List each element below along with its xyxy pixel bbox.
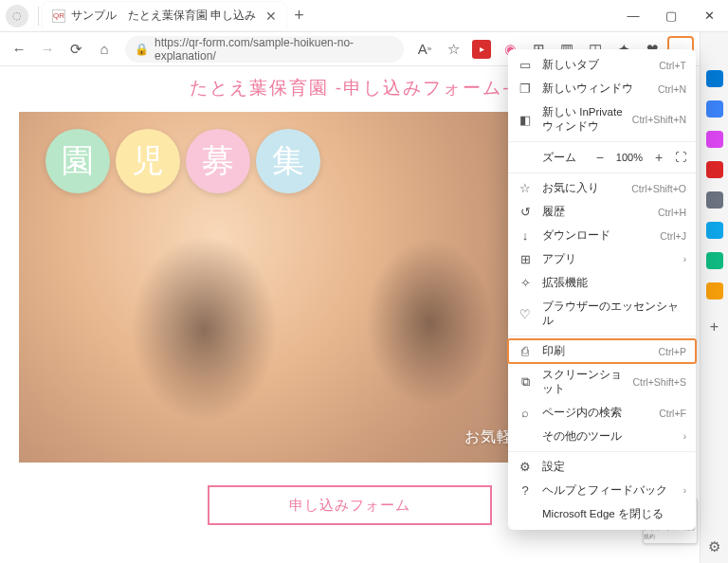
sidebar-app-icon[interactable] (706, 282, 723, 300)
tab-icon: ▭ (518, 58, 533, 72)
address-bar[interactable]: 🔒 https://qr-form.com/sample-hoikuen-no-… (125, 36, 404, 63)
profile-avatar[interactable]: ◌ (6, 5, 28, 27)
url-text: https://qr-form.com/sample-hoikuen-no-ex… (155, 36, 394, 63)
maximize-button[interactable]: ▢ (652, 0, 690, 32)
menu-shortcut: Ctrl+Shift+O (631, 183, 686, 194)
menu-label: ページ内の検索 (542, 406, 649, 420)
sidebar-app-icon[interactable] (706, 70, 723, 87)
more-menu-dropdown: ▭新しいタブCtrl+T ❐新しいウィンドウCtrl+N ◧新しい InPriv… (508, 49, 696, 530)
menu-label: 履歴 (542, 205, 648, 219)
window-controls: — ▢ ✕ (614, 0, 728, 32)
sidebar-app-icon[interactable] (706, 222, 723, 239)
recruit-bubbles: 園 児 募 集 (46, 129, 320, 193)
menu-shortcut: Ctrl+T (659, 60, 686, 71)
menu-label: 新しいウィンドウ (542, 82, 648, 96)
menu-find[interactable]: ⌕ページ内の検索Ctrl+F (508, 401, 696, 425)
minimize-button[interactable]: — (614, 0, 652, 32)
menu-more-tools[interactable]: その他のツール› (508, 425, 696, 448)
menu-label: 新しい InPrivate ウィンドウ (542, 105, 623, 134)
tab-title: サンプル たとえ葉保育園 申し込み (71, 8, 256, 24)
inprivate-icon: ◧ (518, 113, 533, 127)
menu-label: その他のツール (542, 429, 674, 444)
menu-close-edge[interactable]: Microsoft Edge を閉じる (508, 502, 696, 526)
download-icon: ↓ (518, 228, 533, 243)
menu-shortcut: Ctrl+Shift+S (632, 376, 686, 388)
menu-apps[interactable]: ⊞アプリ› (508, 247, 696, 271)
menu-separator (508, 173, 696, 173)
menu-shortcut: Ctrl+P (659, 346, 686, 357)
sidebar-app-icon[interactable] (706, 252, 723, 269)
print-icon: ⎙ (518, 344, 533, 358)
bubble-char: 募 (186, 129, 250, 193)
home-button[interactable]: ⌂ (91, 36, 118, 63)
chevron-right-icon: › (683, 485, 686, 496)
menu-shortcut: Ctrl+F (659, 408, 686, 419)
apps-icon: ⊞ (518, 252, 533, 266)
edge-sidebar: + ⚙ (700, 32, 728, 563)
forward-button[interactable]: → (34, 36, 61, 63)
sidebar-app-icon[interactable] (706, 131, 723, 148)
read-aloud-button[interactable]: A» (411, 36, 438, 63)
new-tab-button[interactable]: + (294, 6, 304, 26)
titlebar: ◌ QR サンプル たとえ葉保育園 申し込み ✕ + — ▢ ✕ (0, 0, 728, 32)
bubble-char: 児 (116, 129, 180, 193)
search-icon: ⌕ (518, 406, 533, 420)
menu-label: ブラウザーのエッセンシャル (542, 300, 686, 328)
menu-label: スクリーンショット (542, 368, 623, 396)
sidebar-add-button[interactable]: + (710, 318, 719, 336)
extensions-icon: ✧ (518, 276, 533, 290)
extension-red-icon[interactable]: ▸ (472, 40, 491, 59)
menu-label: ヘルプとフィードバック (542, 483, 674, 498)
lock-icon: 🔒 (135, 43, 149, 56)
menu-label: Microsoft Edge を閉じる (542, 507, 686, 521)
separator (38, 7, 39, 26)
favorites-button[interactable]: ☆ (440, 36, 466, 63)
menu-essentials[interactable]: ♡ブラウザーのエッセンシャル (508, 295, 696, 333)
help-icon: ? (518, 483, 533, 498)
bubble-char: 園 (46, 129, 110, 193)
close-window-button[interactable]: ✕ (690, 0, 728, 32)
menu-new-tab[interactable]: ▭新しいタブCtrl+T (508, 53, 696, 77)
sidebar-app-icon[interactable] (706, 191, 723, 209)
menu-separator (508, 141, 696, 142)
menu-shortcut: Ctrl+H (658, 207, 686, 218)
menu-extensions[interactable]: ✧拡張機能 (508, 271, 696, 295)
menu-shortcut: Ctrl+Shift+N (632, 114, 686, 125)
menu-favorites[interactable]: ☆お気に入りCtrl+Shift+O (508, 176, 696, 200)
zoom-value: 100% (616, 152, 643, 163)
menu-screenshot[interactable]: ⧉スクリーンショットCtrl+Shift+S (508, 363, 696, 401)
bubble-char: 集 (256, 129, 320, 193)
menu-settings[interactable]: ⚙設定 (508, 455, 696, 479)
tab-close-icon[interactable]: ✕ (265, 9, 277, 24)
menu-print[interactable]: ⎙印刷Ctrl+P (508, 339, 696, 363)
sidebar-app-icon[interactable] (706, 161, 723, 178)
zoom-out-button[interactable]: − (592, 150, 609, 165)
browser-tab[interactable]: QR サンプル たとえ葉保育園 申し込み ✕ (43, 2, 286, 30)
menu-label: 新しいタブ (542, 58, 649, 72)
gear-icon: ⚙ (518, 460, 533, 474)
sidebar-app-icon[interactable] (706, 100, 723, 118)
chevron-right-icon: › (683, 431, 686, 442)
menu-new-window[interactable]: ❐新しいウィンドウCtrl+N (508, 77, 696, 100)
fullscreen-button[interactable]: ⛶ (675, 151, 686, 164)
menu-shortcut: Ctrl+N (658, 83, 686, 95)
chevron-right-icon: › (683, 254, 686, 264)
menu-new-inprivate[interactable]: ◧新しい InPrivate ウィンドウCtrl+Shift+N (508, 100, 696, 138)
application-form-button[interactable]: 申し込みフォーム (208, 485, 492, 525)
zoom-in-button[interactable]: + (650, 150, 667, 165)
menu-help[interactable]: ?ヘルプとフィードバック› (508, 479, 696, 502)
back-button[interactable]: ← (6, 36, 32, 63)
menu-separator (508, 451, 696, 452)
menu-label: 拡張機能 (542, 276, 686, 290)
menu-shortcut: Ctrl+J (660, 230, 686, 242)
refresh-button[interactable]: ⟳ (63, 36, 89, 63)
menu-downloads[interactable]: ↓ダウンロードCtrl+J (508, 224, 696, 247)
tab-favicon: QR (52, 9, 65, 23)
star-icon: ☆ (518, 181, 533, 195)
menu-zoom: ズーム − 100% + ⛶ (508, 145, 696, 170)
sidebar-settings-icon[interactable]: ⚙ (708, 538, 720, 555)
menu-label: お気に入り (542, 181, 622, 195)
menu-label: ダウンロード (542, 228, 650, 243)
menu-history[interactable]: ↺履歴Ctrl+H (508, 200, 696, 224)
menu-label: 印刷 (542, 344, 649, 358)
